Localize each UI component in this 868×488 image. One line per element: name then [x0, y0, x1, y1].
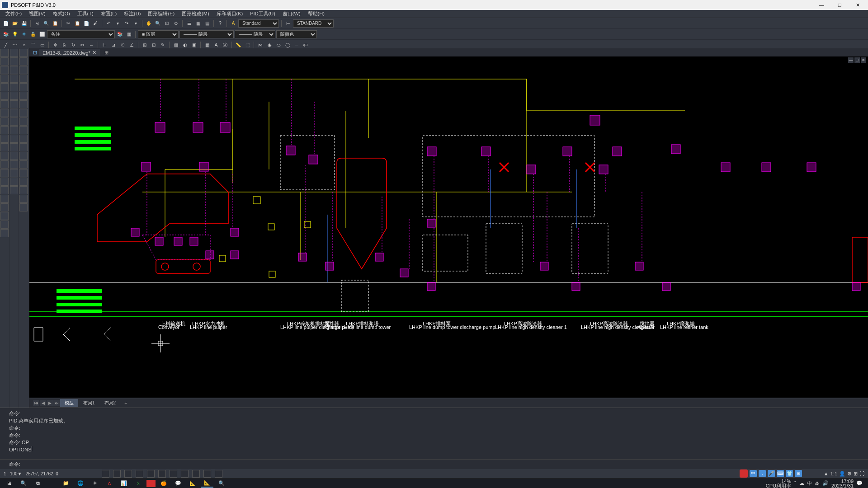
palette-btn-3p[interactable] — [19, 178, 28, 186]
palette-btn-1v[interactable] — [0, 229, 9, 237]
zoom-window-button[interactable]: ⊡ — [163, 19, 171, 28]
task-app4[interactable]: 💬 — [172, 479, 184, 488]
minimize-button[interactable]: — — [813, 1, 830, 9]
layer-freeze-icon[interactable]: ❄ — [20, 30, 28, 38]
cut-button[interactable]: ✂ — [64, 19, 72, 28]
canvas-minimize[interactable]: — — [848, 57, 854, 63]
task-autocad[interactable]: A — [103, 479, 116, 488]
palette-btn-1f[interactable] — [0, 92, 9, 100]
layer-lock-icon[interactable]: 🔒 — [29, 30, 37, 38]
palette-btn-2p[interactable] — [10, 178, 18, 186]
pid-pump-button[interactable]: ◉ — [265, 41, 274, 49]
status-scale[interactable]: 1 : 100▼ — [4, 471, 22, 476]
dim-linear-button[interactable]: ⊢ — [100, 41, 108, 49]
palette-btn-3l[interactable] — [19, 143, 28, 151]
tray-network-icon[interactable]: 🖧 — [815, 481, 820, 486]
palette-btn-3g[interactable] — [19, 100, 28, 108]
palette-btn-3d[interactable] — [19, 75, 28, 83]
tray-time[interactable]: 17:09 — [831, 479, 854, 483]
palette-btn-1n[interactable] — [0, 160, 9, 169]
tray-notifications-icon[interactable]: 💬 — [856, 480, 863, 486]
ime-sogou-icon[interactable] — [740, 469, 748, 478]
layer-states-button[interactable]: ▦ — [125, 30, 133, 38]
tab-add[interactable]: + — [121, 399, 131, 407]
menu-window[interactable]: 窗口(W) — [279, 10, 304, 17]
dim-radius-button[interactable]: ☉ — [118, 41, 127, 49]
palette-btn-3j[interactable] — [19, 126, 28, 134]
dim-aligned-button[interactable]: ⊿ — [109, 41, 118, 49]
menu-pidtools[interactable]: PID工具(U) — [246, 10, 279, 17]
ime-mic-button[interactable]: 🎤 — [768, 470, 775, 477]
tab-nav-prev[interactable]: ◀ — [40, 400, 46, 406]
palette-btn-1h[interactable] — [0, 109, 9, 117]
palette-btn-1d[interactable] — [0, 75, 9, 83]
measure-button[interactable]: 📏 — [234, 41, 242, 49]
palette-btn-2l[interactable] — [10, 143, 18, 151]
palette-btn-2e[interactable] — [10, 83, 18, 91]
color-select[interactable]: ■ 随层 — [138, 30, 179, 38]
help-button[interactable]: ? — [216, 19, 224, 28]
sheet-button[interactable]: ▦ — [194, 19, 202, 28]
tab-nav-last[interactable]: ⏭ — [53, 400, 60, 406]
tray-ime-icon[interactable]: 中 — [807, 480, 812, 487]
tray-date[interactable]: 2023/1/31 — [831, 483, 854, 488]
menu-file[interactable]: 文件(F) — [2, 10, 25, 17]
redo-button[interactable]: ↷ — [123, 19, 131, 28]
palette-btn-1c[interactable] — [0, 66, 9, 74]
palette-btn-1o[interactable] — [0, 169, 9, 177]
redo-drop[interactable]: ▾ — [132, 19, 140, 28]
maximize-button[interactable]: □ — [831, 1, 848, 9]
palette-btn-3c[interactable] — [19, 66, 28, 74]
task-explorer[interactable]: 📁 — [60, 479, 72, 488]
draw-circle-button[interactable]: ○ — [20, 41, 28, 49]
pid-instrument-button[interactable]: ◯ — [283, 41, 292, 49]
pid-drawing[interactable]: 上料输送机Conveyor LHKP水力冲机LHKP line pulper L… — [29, 56, 868, 398]
palette-btn-2f[interactable] — [10, 92, 18, 100]
palette-btn-3n[interactable] — [19, 160, 28, 169]
palette-btn-3b[interactable] — [19, 57, 28, 66]
palette-btn-3a[interactable] — [19, 49, 28, 57]
menu-graphedit[interactable]: 图形编辑(E) — [144, 10, 178, 17]
layer-manager-button[interactable]: 📚 — [2, 30, 10, 38]
lineweight-select[interactable]: ——— 随层 — [235, 30, 275, 38]
palette-btn-1q[interactable] — [0, 186, 9, 194]
tab-nav-first[interactable]: ⏮ — [33, 400, 39, 406]
text-style-select[interactable]: Standard — [238, 19, 279, 28]
task-app5[interactable]: 📐 — [186, 479, 199, 488]
new-button[interactable]: 📄 — [2, 19, 10, 28]
draw-arc-button[interactable]: ⌒ — [29, 41, 37, 49]
print-button[interactable]: 🖨 — [33, 19, 41, 28]
palette-btn-1k[interactable] — [0, 135, 9, 143]
anno-vis-icon[interactable]: 👤 — [839, 471, 845, 477]
palette-btn-1j[interactable] — [0, 126, 9, 134]
tray-up-icon[interactable]: ˄ — [794, 480, 797, 486]
palette-btn-2n[interactable] — [10, 160, 18, 169]
palette-btn-3m[interactable] — [19, 152, 28, 160]
ds-button[interactable] — [215, 470, 222, 478]
tray-volume-icon[interactable]: 🔊 — [822, 480, 829, 486]
paste-button[interactable]: 📄 — [82, 19, 90, 28]
tab-layout2[interactable]: 布局2 — [100, 399, 121, 407]
sc-button[interactable] — [203, 470, 211, 478]
task-app6[interactable]: 🔍 — [215, 479, 228, 488]
qp-button[interactable] — [192, 470, 200, 478]
palette-btn-1s[interactable] — [0, 203, 9, 211]
menu-tools[interactable]: 工具(T) — [74, 10, 97, 17]
palette-btn-1p[interactable] — [0, 178, 9, 186]
lwt-button[interactable] — [181, 470, 189, 478]
modify-rotate-button[interactable]: ↻ — [69, 41, 77, 49]
start-button[interactable]: ⊞ — [3, 479, 15, 488]
snap-mode-button[interactable] — [113, 470, 121, 478]
workspace-icon[interactable]: ⊞ — [854, 471, 858, 477]
palette-btn-2q[interactable] — [10, 186, 18, 194]
file-tab[interactable]: EM13-8...20220.dwg* ✕ — [39, 49, 100, 56]
palette-btn-1e[interactable] — [0, 83, 9, 91]
palette-btn-2b[interactable] — [10, 57, 18, 66]
osnap-button[interactable] — [147, 470, 155, 478]
block-edit-button[interactable]: ✎ — [159, 41, 167, 49]
pid-line-button[interactable]: ─ — [292, 41, 301, 49]
ortho-button[interactable] — [124, 470, 132, 478]
pid-vessel-button[interactable]: ⬭ — [274, 41, 283, 49]
menu-library[interactable]: 库和项目(K) — [213, 10, 247, 17]
task-weather[interactable]: ☀ — [89, 479, 101, 488]
